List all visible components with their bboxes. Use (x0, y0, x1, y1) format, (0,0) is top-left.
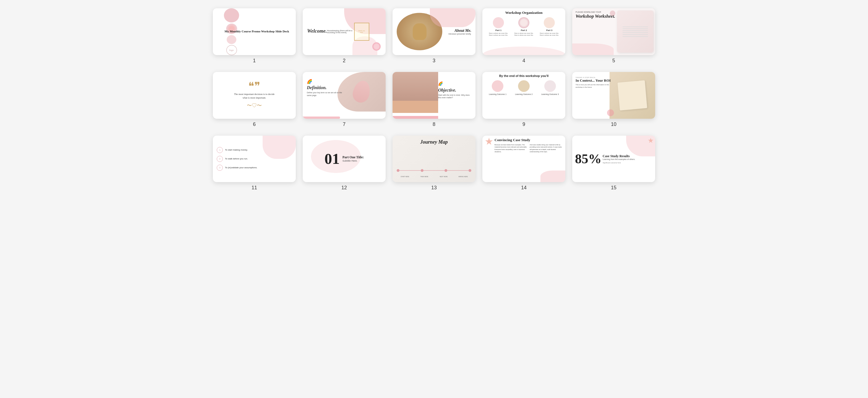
slide-14-number: 14 (521, 185, 527, 191)
part-2-desc: Here is where we cover this. Here is whe… (513, 32, 534, 36)
slide-8-heading: Objective. (438, 88, 473, 93)
slide-wrapper-1: logo My Monthly Course Promo Workshop Sl… (213, 8, 296, 64)
pink-arc-bottom (572, 44, 614, 55)
slide-10-text: TAKING A STEP BACK: In Context... Your R… (576, 77, 615, 88)
outcomes-row: Learning Outcome 1 Learning Outcome 2 Le… (485, 80, 563, 95)
slide-12[interactable]: 01 Part One Title: Subtitle Here. (303, 136, 385, 182)
part-title-bold: Part One Title: (342, 155, 364, 160)
slide-5[interactable]: PLEASE DOWNLOAD YOUR Workshop Worksheet. (572, 8, 655, 55)
step-label-4: ARRIVE HERE (455, 176, 471, 177)
slide-1-number: 1 (253, 58, 256, 64)
outcome-1-label: Learning Outcome 1 (489, 93, 506, 95)
slide-2[interactable]: Welcome. Housekeeping (there will be a r… (303, 8, 385, 55)
slide-6-number: 6 (253, 121, 256, 127)
parts-row: Part 1 Here is where we cover this. Here… (485, 17, 563, 36)
slide-15-heading: Case Study Results (602, 154, 635, 158)
slide-wrapper-7: 🌈 Definition. Define your key term so we… (303, 72, 385, 127)
line-1 (623, 27, 648, 27)
num-badge-1: -1- (217, 147, 223, 153)
line-6 (623, 36, 648, 37)
slide-4-heading: Workshop Organization (485, 10, 563, 15)
slide-13[interactable]: Journey Map START HERE THEN HERE NEXT HE… (393, 136, 475, 182)
slide-3-text: About Me. Introduce presenter briefly. (448, 29, 471, 35)
slide-wrapper-9: By the end of this workshop you'll Learn… (483, 72, 565, 127)
slide-wrapper-2: Welcome. Housekeeping (there will be a r… (303, 8, 385, 64)
big-percent: 85% (575, 152, 601, 166)
part-1-label: Part 1 (495, 29, 501, 32)
slide-2-subtext: Housekeeping (there will be a recording … (327, 30, 357, 33)
slide-1-title: My Monthly Course Promo Workshop Slide D… (224, 30, 289, 34)
slide-8[interactable]: 🌈 Objective. Start with the end in mind.… (393, 72, 475, 119)
part-1-circle (493, 17, 504, 28)
gold-flourish: 〜♡〜 (247, 102, 262, 109)
slide-7[interactable]: 🌈 Definition. Define your key term so we… (303, 72, 385, 119)
slide-10[interactable]: TAKING A STEP BACK: In Context... Your R… (572, 72, 655, 119)
line-3 (623, 30, 648, 31)
outcome-1-circle (492, 80, 503, 92)
outcome-2-label: Learning Outcome 2 (515, 93, 532, 95)
slide-wrapper-6: ❝❞ The most important decision is to dec… (213, 72, 296, 127)
slide-10-number: 10 (611, 121, 616, 127)
slide-1[interactable]: logo My Monthly Course Promo Workshop Sl… (213, 8, 296, 55)
slide-3-heading: About Me. (448, 29, 471, 33)
part-1-col: Part 1 Here is where we cover this. Here… (488, 17, 509, 36)
big-number: 01 (324, 151, 340, 166)
pink-bar (303, 116, 340, 119)
notebook (618, 80, 647, 110)
step-line-2 (424, 170, 445, 171)
part-3-desc: Here is where we cover this. Here is whe… (538, 32, 560, 36)
slide-8-number: 8 (433, 121, 435, 127)
pink-arc-slide14 (540, 170, 565, 182)
slide-5-number: 5 (612, 58, 615, 64)
outcome-3-label: Learning Outcome 3 (541, 93, 559, 95)
item-text-1: To start making money. (225, 149, 248, 151)
slide-9[interactable]: By the end of this workshop you'll Learn… (483, 72, 565, 119)
item-text-2: To walk before you run. (225, 158, 248, 160)
step-dot-3 (444, 169, 447, 172)
col-1-text: Because we learn better from examples. T… (495, 144, 527, 153)
office-scene (393, 72, 438, 113)
slide-8-text: 🌈 Objective. Start with the end in mind.… (438, 81, 473, 100)
quote-marks: ❝❞ (248, 82, 260, 91)
slide-7-photo (338, 72, 385, 112)
outcome-1-col: Learning Outcome 1 (487, 80, 509, 95)
slide-3[interactable]: About Me. Introduce presenter briefly. (393, 8, 475, 55)
slide-wrapper-10: TAKING A STEP BACK: In Context... Your R… (572, 72, 655, 127)
outcome-3-col: Learning Outcome 3 (539, 80, 561, 95)
step-label-1: START HERE (397, 176, 413, 177)
slide-6[interactable]: ❝❞ The most important decision is to dec… (213, 72, 296, 119)
slide-14[interactable]: Convincing Case Study Because we learn b… (483, 136, 565, 182)
slide-4[interactable]: Workshop Organization Part 1 Here is whe… (483, 8, 565, 55)
outcome-3-circle (544, 80, 556, 92)
slide-15-sub2: Significant outcome here (602, 162, 635, 164)
slides-grid: logo My Monthly Course Promo Workshop Sl… (213, 8, 655, 191)
slide-10-photo (610, 72, 655, 119)
slide-4-number: 4 (523, 58, 525, 64)
slide-10-heading: In Context... Your ROI (576, 78, 615, 83)
slide-11-number: 11 (252, 185, 257, 191)
slide-15-subtext: Learning from the examples of others. (602, 158, 635, 161)
pink-circle-large (224, 8, 239, 22)
slide-2-heading: Welcome. (307, 28, 327, 34)
worksheet-image (617, 10, 653, 53)
slide-wrapper-12: 01 Part One Title: Subtitle Here. 12 (303, 136, 385, 191)
part-2-col: Part 2 Here is where we cover this. Here… (513, 17, 534, 36)
two-cols: Because we learn better from examples. T… (495, 144, 562, 153)
slide-wrapper-8: 🌈 Objective. Start with the end in mind.… (393, 72, 475, 127)
pink-smear (430, 8, 475, 27)
step-dot-2 (421, 169, 424, 172)
slide-6-quote: The most important decision is to decide… (234, 92, 275, 100)
slide-13-heading: Journey Map (420, 139, 448, 145)
slide-wrapper-4: Workshop Organization Part 1 Here is whe… (483, 8, 565, 64)
slide-wrapper-15: 85% Case Study Results Learning from the… (572, 136, 655, 191)
step-line-1 (399, 170, 421, 171)
slide-11[interactable]: -1- To start making money. -2- To walk b… (213, 136, 296, 182)
col-2-text: And case studies bring your material to … (530, 144, 562, 153)
slide-15[interactable]: 85% Case Study Results Learning from the… (572, 136, 655, 182)
outcome-2-circle (518, 80, 530, 92)
slide-12-number: 12 (341, 185, 347, 191)
part-3-col: Part 3 Here is where we cover this. Here… (538, 17, 560, 36)
line-2 (623, 29, 648, 29)
rainbow-sm-icon: 🌈 (438, 81, 473, 86)
slide-wrapper-14: Convincing Case Study Because we learn b… (483, 136, 565, 191)
